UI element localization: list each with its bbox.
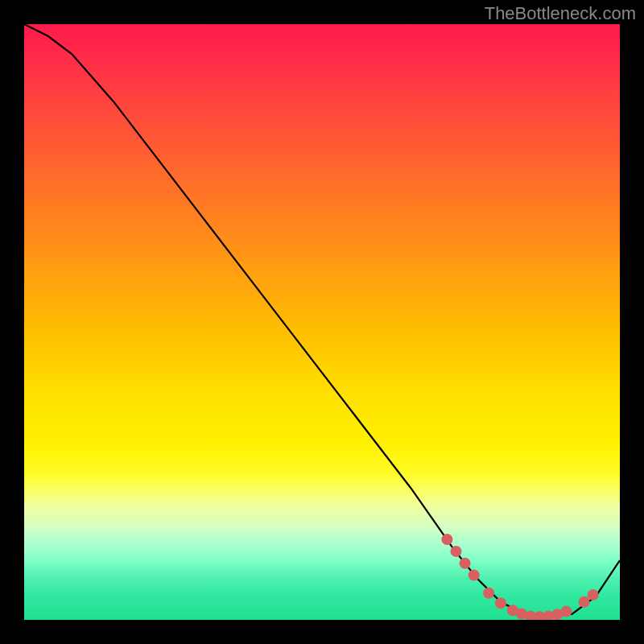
highlight-marker (483, 588, 494, 599)
chart-plot-area (24, 24, 620, 620)
highlight-marker (451, 546, 462, 557)
highlight-marker (441, 534, 452, 545)
highlight-marker (495, 597, 506, 609)
watermark-text: TheBottleneck.com (485, 3, 636, 24)
highlight-marker (469, 570, 480, 581)
chart-svg (24, 24, 620, 620)
highlight-marker (588, 589, 599, 601)
highlight-markers (441, 534, 598, 620)
highlight-marker (560, 606, 572, 617)
bottleneck-curve-line (24, 24, 620, 617)
highlight-marker (579, 597, 590, 608)
highlight-marker (460, 558, 471, 569)
